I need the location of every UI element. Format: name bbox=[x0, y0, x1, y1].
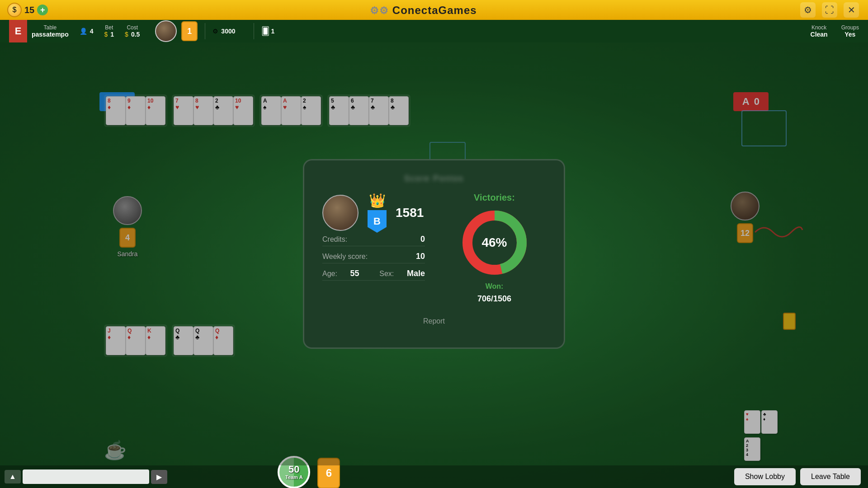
player-modal: Score Pontos 👑 B 1581 Credits: 0 bbox=[303, 159, 565, 349]
modal-overlay: Score Pontos 👑 B 1581 Credits: 0 bbox=[0, 42, 868, 465]
chat-toggle-button[interactable]: ▲ bbox=[5, 470, 21, 483]
players-info: 👤 4 bbox=[80, 28, 94, 35]
weekly-label: Weekly score: bbox=[322, 253, 368, 261]
player-badge: E bbox=[9, 20, 27, 42]
groups-label: Groups bbox=[841, 24, 859, 31]
crown-icon: 👑 bbox=[369, 192, 386, 208]
report-button[interactable]: Report bbox=[318, 317, 550, 325]
weekly-row: Weekly score: 10 bbox=[322, 250, 425, 263]
logo-brand: ConectaGames bbox=[392, 4, 477, 16]
modal-stats-col: 👑 B 1581 Credits: 0 Weekly score: 10 bbox=[318, 192, 429, 304]
bet-value: 1 bbox=[110, 31, 114, 38]
card-holder-value: 1 bbox=[271, 28, 275, 35]
sex-label: Sex: bbox=[379, 270, 394, 278]
age-sex-row: Age: 55 Sex: Male bbox=[322, 267, 425, 281]
divider2 bbox=[254, 23, 254, 39]
donut-chart: 46% bbox=[458, 206, 531, 279]
logo-area: ⚙⚙ ConectaGames bbox=[55, 3, 791, 17]
info-bar: E Table passatempo 👤 4 Bet $ 1 Cost $ 0.… bbox=[0, 20, 868, 42]
dollar-icon2: $ bbox=[125, 31, 128, 38]
bottom-bar: ▲ ▶ 50 Team A 6 Show Lobby Leave Table bbox=[0, 465, 868, 488]
won-value: 706/1506 bbox=[477, 294, 511, 304]
logo-text: ⚙⚙ ConectaGames bbox=[370, 3, 477, 17]
credits-row: Credits: 0 bbox=[322, 233, 425, 246]
modal-stats: Credits: 0 Weekly score: 10 Age: 55 Sex:… bbox=[318, 233, 429, 281]
deck-card-number: 6 bbox=[326, 467, 332, 479]
donut-center-text: 46% bbox=[481, 235, 507, 250]
groups-value: Yes bbox=[844, 31, 855, 38]
player-avatar bbox=[155, 20, 177, 42]
groups-section: Groups Yes bbox=[841, 24, 859, 38]
cost-label: Cost bbox=[127, 24, 138, 31]
card-holder-icon: 🂠 bbox=[261, 26, 269, 36]
modal-rank-badge: B bbox=[368, 210, 387, 233]
card-count: 1 bbox=[181, 21, 198, 41]
sex-value: Male bbox=[407, 269, 425, 278]
chips-value: 3000 bbox=[221, 28, 235, 35]
card-holder-info: 🂠 1 bbox=[261, 26, 275, 36]
team-chip-number: 50 bbox=[288, 465, 299, 474]
players-icon: 👤 bbox=[80, 28, 87, 35]
victories-label: Victories: bbox=[474, 192, 515, 203]
modal-title: Score Pontos bbox=[318, 174, 550, 183]
divider bbox=[205, 23, 205, 39]
show-lobby-button[interactable]: Show Lobby bbox=[734, 468, 796, 485]
bet-info: Bet $ 1 bbox=[104, 24, 114, 38]
knock-section: Knock Clean bbox=[811, 24, 828, 38]
modal-badge: 👑 B bbox=[368, 192, 387, 233]
won-label: Won: bbox=[486, 282, 504, 291]
credits-value: 0 bbox=[420, 235, 425, 244]
coin-area: $ 15 + bbox=[0, 3, 55, 17]
coin-icon: $ bbox=[7, 3, 22, 17]
table-label: Table bbox=[44, 24, 57, 31]
dollar-icon: $ bbox=[104, 31, 108, 38]
modal-title-text: Score Pontos bbox=[404, 174, 464, 183]
coin-count: 15 bbox=[24, 5, 34, 15]
weekly-value: 10 bbox=[416, 252, 425, 261]
team-chip-label: Team A bbox=[285, 474, 303, 480]
modal-content-row: 👑 B 1581 Credits: 0 Weekly score: 10 bbox=[318, 192, 550, 304]
chips-icon: ⚙ bbox=[212, 28, 218, 35]
close-button[interactable]: ✕ bbox=[844, 2, 859, 18]
settings-button[interactable]: ⚙ bbox=[800, 2, 816, 18]
modal-top: 👑 B 1581 bbox=[318, 192, 429, 233]
bet-label: Bet bbox=[105, 24, 113, 31]
chat-send-button[interactable]: ▶ bbox=[151, 470, 167, 484]
chips-info: ⚙ 3000 bbox=[212, 28, 235, 35]
age-label: Age: bbox=[322, 270, 337, 278]
table-info: Table passatempo bbox=[32, 24, 69, 38]
cost-info: Cost $ 0.5 bbox=[125, 24, 140, 38]
top-right-icons: ⚙ ⛶ ✕ bbox=[791, 2, 868, 18]
card-number: 1 bbox=[187, 27, 192, 36]
credits-label: Credits: bbox=[322, 235, 347, 244]
age-value: 55 bbox=[350, 269, 359, 278]
fullscreen-button[interactable]: ⛶ bbox=[822, 2, 837, 18]
top-bar: $ 15 + ⚙⚙ ConectaGames ⚙ ⛶ ✕ bbox=[0, 0, 868, 20]
knock-value: Clean bbox=[811, 31, 828, 38]
table-value: passatempo bbox=[32, 31, 69, 38]
modal-score: 1581 bbox=[396, 206, 424, 220]
players-count: 4 bbox=[90, 28, 94, 35]
knock-label: Knock bbox=[811, 24, 826, 31]
modal-avatar bbox=[322, 195, 359, 231]
leave-table-button[interactable]: Leave Table bbox=[800, 468, 861, 485]
modal-chart-col: Victories: 46% Won: 706/1506 bbox=[439, 192, 550, 304]
add-coins-button[interactable]: + bbox=[37, 5, 48, 15]
chat-input[interactable] bbox=[23, 469, 149, 484]
cost-value: 0.5 bbox=[131, 31, 140, 38]
